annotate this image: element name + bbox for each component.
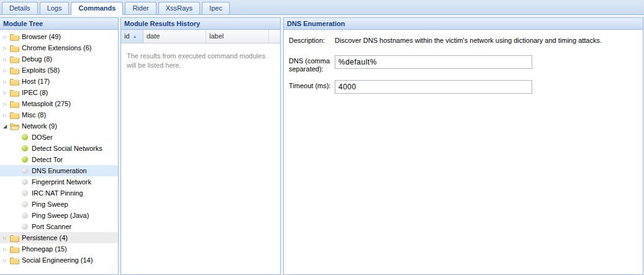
folder-icon [10,33,20,41]
module-status-icon [22,212,28,219]
tree-item-persistence-4[interactable]: ▷◢ Persistence (4) [0,232,118,243]
chevron-right-icon: ▷ [3,35,6,39]
tree-item-network-9[interactable]: ▷◢ Network (9) [0,120,118,132]
tree-item-misc-8[interactable]: ▷◢ Misc (8) [0,109,118,120]
module-status-icon [22,201,28,207]
tab-label: Logs [47,4,62,12]
tree-expander[interactable]: ▷◢ [0,255,10,266]
tab-label: Rider [132,4,148,12]
content-area: Module Tree ▷◢ Browser (49) ▷◢ [0,16,644,275]
chevron-right-icon: ▷ [3,247,6,251]
chevron-right-icon: ▷ [3,102,6,106]
tree-folder-label: Network (9) [22,122,57,130]
tree-item-host-17[interactable]: ▷◢ Host (17) [0,76,118,87]
tree-item-browser-49[interactable]: ▷◢ Browser (49) [0,31,118,42]
field-label: DNS (comma separated): [289,55,335,73]
tree-expander[interactable]: ▷◢ [0,120,10,132]
tree-folder-label: Browser (49) [22,33,61,40]
tree-folder-label: IPEC (8) [22,89,48,96]
folder-icon [10,66,20,74]
grid-column-filler [269,30,280,43]
module-tree-header: Module Tree [0,18,118,30]
tab-bar: Details Logs Commands Rider XssRays Ipec [0,0,644,15]
module-status-icon [22,168,28,174]
tree-item-metasploit-275[interactable]: ▷◢ Metasploit (275) [0,98,118,109]
tree-item-fingerprint-network[interactable]: Fingerprint Network [0,176,118,187]
module-status-icon [22,134,28,140]
chevron-right-icon: ▷ [3,57,6,61]
folder-icon [10,111,20,119]
folder-icon [10,100,20,108]
module-status-icon [22,223,28,230]
tree-expander[interactable]: ▷◢ [0,98,10,109]
tree-folder-label: Phonegap (15) [22,245,67,253]
chevron-right-icon: ▷ [3,236,6,240]
results-grid-header: id▲ date▲ label▲ [121,30,280,43]
module-status-icon [22,179,28,185]
tree-item-debug-8[interactable]: ▷◢ Debug (8) [0,53,118,65]
folder-icon [10,55,20,63]
module-detail-header: DNS Enumeration [284,18,643,30]
results-empty-text: The results from executed command module… [121,43,278,78]
tree-item-social-engineering-14[interactable]: ▷◢ Social Engineering (14) [0,255,118,266]
tab-commands[interactable]: Commands [71,2,123,15]
tree-item-irc-nat-pinning[interactable]: IRC NAT Pinning [0,187,118,199]
tree-item-chrome-extensions-6[interactable]: ▷◢ Chrome Extensions (6) [0,42,118,53]
results-history-panel: Module Results History id▲ date▲ label▲ … [120,17,281,275]
tree-folder-label: Metasploit (275) [22,100,71,107]
module-status-icon [22,190,28,196]
tab-label: XssRays [166,4,193,12]
tree-item-port-scanner[interactable]: Port Scanner [0,221,118,232]
tree-folder-label: Exploits (58) [22,66,60,74]
tree-expander[interactable]: ▷◢ [0,65,10,76]
tree-expander[interactable]: ▷◢ [0,31,10,42]
tree-item-ping-sweep-java[interactable]: Ping Sweep (Java) [0,210,118,221]
folder-icon [10,245,20,253]
tree-expander[interactable]: ▷◢ [0,243,10,255]
tree-item-ping-sweep[interactable]: Ping Sweep [0,199,118,210]
tree-expander[interactable]: ▷◢ [0,76,10,87]
field-static-value: Discover DNS hostnames within the victim… [335,35,602,45]
grid-column-label[interactable]: label▲ [206,30,269,43]
tree-expander[interactable]: ▷◢ [0,42,10,53]
tab-xssrays[interactable]: XssRays [158,2,200,14]
folder-icon [10,234,20,242]
tab-logs[interactable]: Logs [40,2,70,14]
tree-item-phonegap-15[interactable]: ▷◢ Phonegap (15) [0,243,118,255]
tree-expander[interactable]: ▷◢ [0,87,10,98]
tree-expander[interactable]: ▷◢ [0,109,10,120]
tree-item-exploits-58[interactable]: ▷◢ Exploits (58) [0,65,118,76]
module-tree-panel: Module Tree ▷◢ Browser (49) ▷◢ [0,17,119,275]
folder-icon [10,122,20,130]
folder-icon [10,78,20,86]
module-status-icon [22,156,28,163]
form-row: Timeout (ms): [289,80,638,94]
grid-column-label: label [209,32,224,40]
tree-module-label: Detect Social Networks [32,145,102,152]
grid-column-id[interactable]: id▲ [121,30,143,43]
tree-expander[interactable]: ▷◢ [0,232,10,243]
field-label: Description: [289,35,335,45]
tree-module-label: DNS Enumeration [32,167,87,174]
tree-item-detect-social-networks[interactable]: Detect Social Networks [0,143,118,154]
grid-column-date[interactable]: date▲ [143,30,206,43]
tab-ipec[interactable]: Ipec [202,2,230,14]
tree-item-ipec-8[interactable]: ▷◢ IPEC (8) [0,87,118,98]
tree-module-label: Ping Sweep [32,201,68,208]
sort-asc-icon: ▲ [133,34,137,38]
tab-details[interactable]: Details [2,2,38,14]
tree-item-doser[interactable]: DOSer [0,132,118,143]
grid-column-label: id [124,32,130,40]
field-dns-comma-separated-input[interactable] [335,55,532,69]
tree-module-label: Fingerprint Network [32,178,91,186]
tree-item-detect-tor[interactable]: Detect Tor [0,154,118,165]
grid-column-label: date [147,32,160,40]
tree-folder-label: Social Engineering (14) [22,256,93,264]
tree-item-dns-enumeration[interactable]: DNS Enumeration [0,165,118,176]
module-tree-list: ▷◢ Browser (49) ▷◢ Chrome Extensions [0,30,118,266]
tab-rider[interactable]: Rider [125,2,156,14]
field-timeout-ms-input[interactable] [335,80,532,94]
field-label: Timeout (ms): [289,80,335,90]
tree-expander[interactable]: ▷◢ [0,53,10,65]
tree-module-label: Ping Sweep (Java) [32,212,89,219]
